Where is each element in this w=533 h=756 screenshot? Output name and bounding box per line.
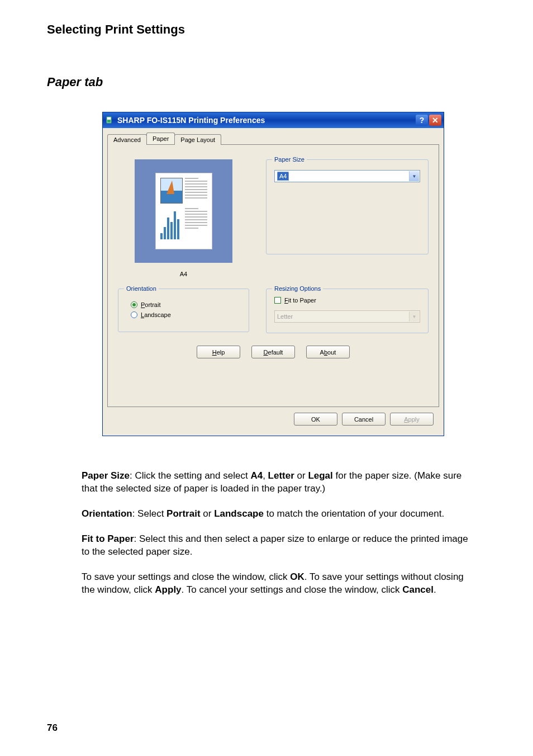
about-button[interactable]: About: [306, 346, 350, 358]
page-number: 76: [47, 722, 58, 734]
fit-to-paper-checkbox[interactable]: Fit to Paper: [274, 297, 420, 304]
paragraph-save-cancel: To save your settings and close the wind…: [82, 571, 473, 597]
titlebar: SHARP FO-IS115N Printing Preferences ? ✕: [103, 112, 444, 128]
apply-button[interactable]: Apply: [390, 413, 434, 426]
tab-button-row: Help Default About: [118, 346, 429, 358]
preview-label: A4: [118, 271, 249, 277]
cancel-button[interactable]: Cancel: [342, 413, 386, 426]
radio-icon: [131, 311, 137, 318]
chevron-down-icon[interactable]: ▼: [409, 171, 419, 181]
radio-icon: [131, 301, 137, 308]
resizing-group: Resizing Options Fit to Paper Letter ▼: [266, 289, 429, 333]
paragraph-fit-to-paper: Fit to Paper: Select this and then selec…: [82, 533, 473, 559]
tab-pane: A4 Paper Size A4 ▼: [107, 144, 439, 407]
fit-target-select: Letter ▼: [274, 310, 420, 323]
orientation-portrait[interactable]: Portrait: [131, 301, 241, 308]
preview-chart-icon: [160, 208, 183, 239]
chevron-down-icon: ▼: [409, 311, 419, 322]
checkbox-icon: [274, 297, 281, 304]
dialog-footer: OK Cancel Apply: [107, 407, 439, 431]
paper-size-legend: Paper Size: [272, 156, 307, 163]
paragraph-orientation: Orientation: Select Portrait or Landscap…: [82, 508, 473, 521]
preview-image-icon: [160, 178, 183, 204]
tab-page-layout[interactable]: Page Layout: [174, 134, 221, 145]
default-button[interactable]: Default: [251, 346, 295, 358]
paper-size-group: Paper Size A4 ▼: [266, 159, 429, 254]
dialog-screenshot: SHARP FO-IS115N Printing Preferences ? ✕…: [102, 112, 444, 436]
orientation-landscape[interactable]: Landscape: [131, 311, 241, 318]
orientation-group: Orientation Portrait Landscape: [118, 289, 249, 332]
help-button[interactable]: Help: [197, 346, 240, 358]
help-icon[interactable]: ?: [416, 115, 428, 126]
page-heading: Selecting Print Settings: [47, 22, 499, 37]
orientation-legend: Orientation: [124, 285, 159, 292]
section-heading: Paper tab: [47, 75, 499, 89]
resizing-legend: Resizing Options: [272, 285, 323, 292]
svg-rect-1: [107, 120, 111, 122]
preview-paper: [156, 173, 212, 249]
tabs: Advanced Paper Page Layout: [107, 133, 439, 144]
paper-size-select[interactable]: A4 ▼: [274, 170, 420, 182]
ok-button[interactable]: OK: [294, 413, 337, 426]
fit-target-value: Letter: [277, 313, 293, 320]
preview-box: [135, 159, 232, 263]
tab-advanced[interactable]: Advanced: [107, 134, 147, 145]
paper-size-value: A4: [277, 172, 289, 181]
app-icon: [105, 116, 114, 125]
titlebar-title: SHARP FO-IS115N Printing Preferences: [117, 116, 415, 125]
paragraph-paper-size: Paper Size: Click the setting and select…: [82, 470, 473, 495]
tab-paper[interactable]: Paper: [146, 133, 175, 144]
close-icon[interactable]: ✕: [429, 115, 441, 126]
